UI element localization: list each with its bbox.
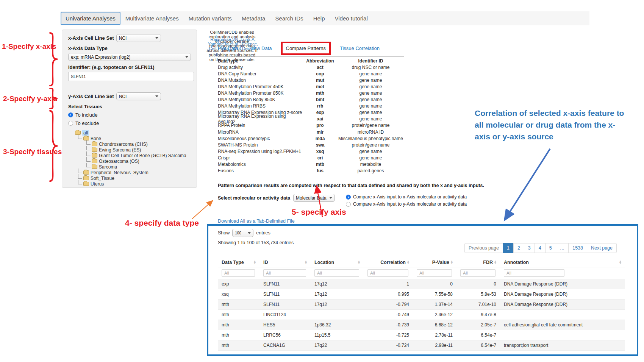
sort-icon: ▲▼ [254,261,256,264]
folder-icon [83,182,89,186]
page-button-2[interactable]: 2 [513,243,524,253]
table-cell: 11p15.5 [311,330,364,340]
nav-tab-univariate-analyses[interactable]: Univariate Analyses [61,12,120,25]
datatype-cell: Drug activity [218,65,303,70]
nav-tab-mutation-variants[interactable]: Mutation variants [184,12,237,25]
page-button-1538[interactable]: 1538 [568,243,587,253]
view-tab-tissue-correlation[interactable]: Tissue Correlation [340,45,380,51]
datatype-cell: met [303,84,337,89]
table-cell: 17q12 [311,289,364,299]
datatype-row: DNA Copy Numbercopgene name [218,70,404,77]
tree-connector-icon [78,180,82,184]
results-table-filter-row [218,267,625,279]
datatype-row: Metabolomicsmtbmetabolite [218,161,404,168]
page-button-1[interactable]: 1 [503,243,514,253]
page-button-5[interactable]: 5 [545,243,556,253]
column-header-p-value[interactable]: P-Value▲▼ [413,257,456,267]
molecular-data-value: Molecular Data [296,195,327,201]
table-cell: cell adhesion;glial cell fate commitment [500,320,625,330]
select-data-label: Select molecular or activity data [218,195,290,201]
tree-node-peripheral-nervous-system[interactable]: Peripheral_Nervous_System [68,170,191,175]
filter-cell [259,269,311,277]
datatype-cell: rrb [303,103,337,109]
table-cell: 7.01e-10 [456,300,500,309]
page-button-4[interactable]: 4 [535,243,546,253]
datatype-header-data-type: Data type [218,58,303,64]
table-cell: 2.78e-11 [413,330,456,340]
sort-desc-icon: ▼ [494,262,496,264]
datatype-cell: gene name [337,149,404,154]
molecular-data-select[interactable]: Molecular Data [293,194,335,202]
table-row: mthLINC01124-0.7492.46e-129.47e-8 [218,310,625,320]
column-header-id[interactable]: ID▲▼ [259,257,311,267]
table-row: mthHES51p36.32-0.7396.68e-122.05e-7cell … [218,320,625,330]
datatype-cell: Miscellaneous phenotypic [218,136,303,141]
nav-tab-help[interactable]: Help [308,12,330,25]
column-header-label: FDR [483,260,493,265]
tree-node-uterus[interactable]: Uterus [68,181,191,187]
folder-icon [83,170,89,175]
filter-input-fdr[interactable] [460,269,496,277]
page-button-ellipsis[interactable]: … [556,243,569,253]
compare-y-axis-radio[interactable] [346,202,351,207]
nav-tab-multivariate-analyses[interactable]: Multivariate Analyses [120,12,184,25]
filter-input-id[interactable] [263,269,306,277]
table-cell: mth [218,300,259,309]
datatype-cell: cri [303,155,337,161]
tree-node-sarcoma[interactable]: Sarcoma [68,164,191,170]
showing-text: Showing 1 to 100 of 153,734 entries [218,240,294,245]
results-table: Data Type▲▼ID▲▼Location▲▼Correlation▲▼P-… [218,257,625,351]
filter-input-annotation[interactable] [504,269,564,277]
column-header-location[interactable]: Location▲▼ [311,257,364,267]
x-cell-line-select[interactable]: NCI [116,34,161,42]
filter-input-p-value[interactable] [417,269,452,277]
datatype-cell: MicroRNA [218,130,303,135]
table-cell: exp [218,279,259,289]
show-entries-select[interactable]: 100 [232,229,253,237]
page-button-3[interactable]: 3 [524,243,535,253]
download-link[interactable]: Download All as a Tab-Delimited File [218,218,295,224]
column-header-correlation[interactable]: Correlation▲▼ [364,257,413,267]
x-data-type-select[interactable]: exp: mRNA Expression (log2) [68,53,191,61]
filter-cell [413,269,456,277]
view-tab-compare-patterns[interactable]: Compare Patterns [281,42,331,55]
tree-node-soft-tissue[interactable]: Soft_Tissue [68,175,191,181]
results-table-body: expSLFN1117q12100DNA Damage Response (DD… [218,279,625,351]
datatype-cell: gene name [337,97,404,102]
folder-icon [83,176,89,180]
filter-input-location[interactable] [314,269,359,277]
view-tab-plot-data[interactable]: Plot Data [218,45,238,51]
filter-input-data-type[interactable] [222,269,255,277]
datatype-cell: paired-genes [337,168,404,173]
nav-tab-video-tutorial[interactable]: Video tutorial [330,12,372,25]
exclude-radio[interactable] [68,121,73,126]
nav-tab-metadata[interactable]: Metadata [237,12,270,25]
tree-connector-icon [86,146,91,150]
x-cell-line-label: x-Axis Cell Line Set [68,35,114,41]
datatype-cell: microRNA ID [337,130,404,135]
column-header-annotation[interactable]: Annotation▲▼ [500,257,625,267]
column-header-data-type[interactable]: Data Type▲▼ [218,257,259,267]
y-cell-line-select[interactable]: NCI [116,92,161,100]
next-page-button[interactable]: Next page [587,243,617,253]
table-cell: -0.794 [364,300,413,309]
nav-tab-search-ids[interactable]: Search IDs [270,12,308,25]
include-radio[interactable] [68,112,73,117]
datatype-cell: mir [303,130,337,135]
tree-node-bone[interactable]: Bone [68,136,191,141]
tissue-tree: allBoneChondrosarcoma (CHS)Ewing Sarcoma… [68,130,191,187]
datatype-cell: mtb [303,162,337,167]
filter-input-correlation[interactable] [367,269,408,277]
tree-connector-icon [86,140,91,145]
folder-icon [92,153,97,158]
datatype-row: Crisprcrigene name [218,154,404,161]
column-header-fdr[interactable]: FDR▲▼ [456,257,500,267]
table-cell: DNA Damage Response (DDR) [500,300,625,309]
view-tab-view-data[interactable]: View Data [249,45,272,51]
identifier-input[interactable] [68,72,194,81]
column-header-label: Location [314,260,334,265]
compare-x-axis-radio[interactable] [346,195,351,200]
exclude-label: To exclude [75,120,99,126]
previous-page-button[interactable]: Previous page [464,243,503,253]
tree-node-all[interactable]: all [68,130,191,136]
